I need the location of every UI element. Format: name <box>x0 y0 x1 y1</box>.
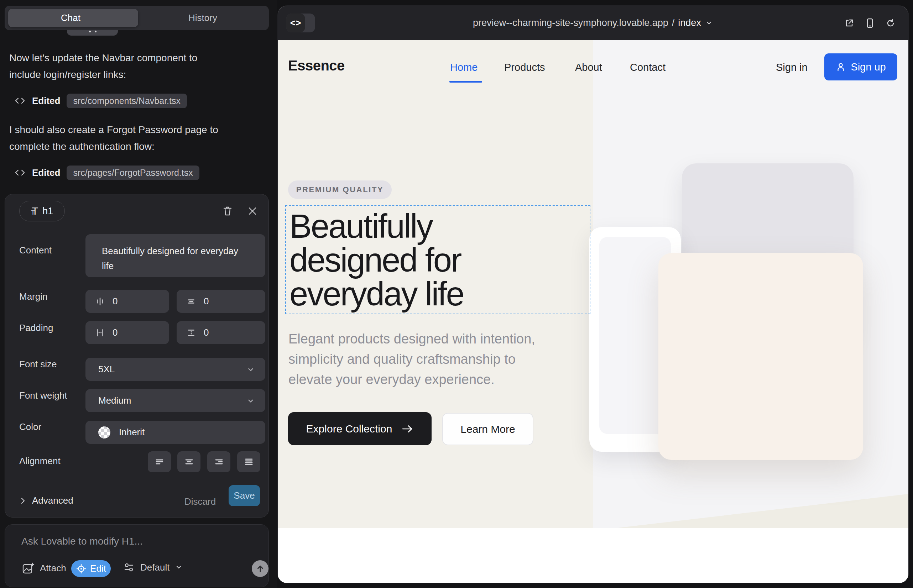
learn-more-button[interactable]: Learn More <box>442 413 533 445</box>
url-separator: / <box>672 18 675 29</box>
color-swatch <box>98 426 110 438</box>
user-icon <box>836 62 846 72</box>
advanced-toggle[interactable]: Advanced <box>19 495 73 506</box>
margin-label: Margin <box>19 291 47 302</box>
font-weight-label: Font weight <box>19 390 67 401</box>
nav-link-home[interactable]: Home <box>450 61 478 73</box>
address-bar[interactable]: preview--charming-site-symphony.lovable.… <box>278 6 908 40</box>
preview-toolbar: <> preview--charming-site-symphony.lovab… <box>278 6 908 40</box>
hero-description: Elegant products designed with intention… <box>288 329 535 390</box>
chat-panel: Chat History Now let's update the Navbar… <box>0 0 277 588</box>
color-label: Color <box>19 422 41 433</box>
color-select[interactable]: Inherit <box>86 421 265 444</box>
element-editor-panel: TT h1 Content Beautifully designed for e… <box>5 194 269 517</box>
open-external-icon[interactable] <box>844 18 854 28</box>
sign-up-label: Sign up <box>851 61 885 73</box>
edited-file-row: Edited src/components/Navbar.tsx <box>14 94 187 108</box>
attach-label: Attach <box>40 563 66 574</box>
margin-vertical-icon <box>186 297 196 306</box>
tab-history[interactable]: History <box>137 6 269 30</box>
arrow-up-icon <box>256 564 265 573</box>
hero-description-line: Elegant products designed with intention… <box>288 329 535 349</box>
save-button[interactable]: Save <box>228 485 260 506</box>
explore-collection-label: Explore Collection <box>306 423 392 435</box>
font-size-label: Font size <box>19 359 57 370</box>
toolbar-actions <box>844 6 895 40</box>
align-left-icon <box>154 457 165 467</box>
chat-message-line: include login/register links: <box>9 66 265 83</box>
content-value: Beautifully designed for everyday life <box>102 244 241 273</box>
chat-input[interactable] <box>21 533 249 550</box>
font-size-select[interactable]: 5XL <box>86 358 265 381</box>
send-button[interactable] <box>252 560 269 577</box>
chevron-down-icon <box>246 396 255 405</box>
chevron-down-icon <box>705 19 713 27</box>
edit-mode-button[interactable]: Edit <box>71 560 111 577</box>
edited-file-pill[interactable]: src/components/Navbar.tsx <box>66 94 187 108</box>
padding-vertical-icon <box>186 328 196 338</box>
content-input[interactable]: Beautifully designed for everyday life <box>86 234 265 277</box>
chat-message-line: complete the authentication flow: <box>9 138 265 155</box>
arrow-right-icon <box>401 424 413 433</box>
preview-url: preview--charming-site-symphony.lovable.… <box>473 18 669 29</box>
explore-collection-button[interactable]: Explore Collection <box>288 412 432 445</box>
edited-file-row: Edited src/pages/ForgotPassword.tsx <box>14 165 199 180</box>
padding-x-value: 0 <box>113 327 118 338</box>
padding-x-input[interactable]: 0 <box>86 321 169 344</box>
trash-icon <box>222 205 233 217</box>
align-right-icon <box>213 457 225 467</box>
element-tag-badge[interactable]: TT h1 <box>19 201 65 221</box>
mobile-preview-icon[interactable] <box>865 18 875 29</box>
text-size-icon: TT <box>31 205 38 217</box>
edited-label: Edited <box>32 167 60 178</box>
nav-link-about[interactable]: About <box>575 61 602 73</box>
close-editor-button[interactable] <box>246 205 259 217</box>
code-icon <box>14 96 26 106</box>
align-right-button[interactable] <box>207 451 230 472</box>
chat-message: I should also create a Forgot Password p… <box>9 121 265 155</box>
chat-composer: Attach Edit Default <box>5 524 269 587</box>
align-center-button[interactable] <box>177 451 201 472</box>
hero-description-line: simplicity and quality craftsmanship to <box>288 349 535 370</box>
delete-element-button[interactable] <box>222 205 233 217</box>
margin-y-input[interactable]: 0 <box>176 290 265 313</box>
sliders-icon <box>123 561 135 574</box>
attach-image-icon <box>21 561 35 575</box>
target-icon <box>76 564 87 574</box>
mode-label: Default <box>140 562 170 573</box>
align-left-button[interactable] <box>148 451 171 472</box>
refresh-icon[interactable] <box>885 18 895 28</box>
site-logo[interactable]: Essence <box>288 58 345 74</box>
hero-heading-line: everyday life <box>290 277 464 311</box>
tab-chat[interactable]: Chat <box>5 6 137 30</box>
chevron-down-icon <box>175 563 183 572</box>
edited-file-pill[interactable]: src/pages/ForgotPassword.tsx <box>66 165 199 180</box>
edited-label: Edited <box>32 95 60 107</box>
attach-button[interactable]: Attach <box>21 561 66 575</box>
url-path: index <box>678 18 701 29</box>
font-size-value: 5XL <box>98 364 115 375</box>
mode-select[interactable]: Default <box>123 561 183 574</box>
nav-link-products[interactable]: Products <box>504 61 545 73</box>
padding-y-input[interactable]: 0 <box>176 321 265 344</box>
align-justify-button[interactable] <box>237 451 260 472</box>
learn-more-label: Learn More <box>460 423 515 435</box>
hero-heading[interactable]: Beautifully designed for everyday life <box>290 209 464 311</box>
padding-horizontal-icon <box>96 328 105 338</box>
element-tag-name: h1 <box>42 206 53 217</box>
discard-button[interactable]: Discard <box>185 496 216 507</box>
preview-window: <> preview--charming-site-symphony.lovab… <box>278 6 908 583</box>
sign-in-link[interactable]: Sign in <box>776 61 808 73</box>
code-icon <box>14 168 26 178</box>
margin-x-input[interactable]: 0 <box>86 290 169 313</box>
hero-description-line: elevate your everyday experience. <box>288 370 535 390</box>
hero-heading-line: designed for <box>290 243 464 277</box>
font-weight-select[interactable]: Medium <box>86 389 265 412</box>
nav-link-contact[interactable]: Contact <box>630 61 665 73</box>
sign-up-button[interactable]: Sign up <box>824 53 897 81</box>
nav-active-underline <box>449 81 482 82</box>
font-weight-value: Medium <box>98 395 131 406</box>
alignment-label: Alignment <box>19 456 60 467</box>
section-below-hero <box>278 528 908 583</box>
chat-history-tabbar: Chat History <box>5 6 269 30</box>
